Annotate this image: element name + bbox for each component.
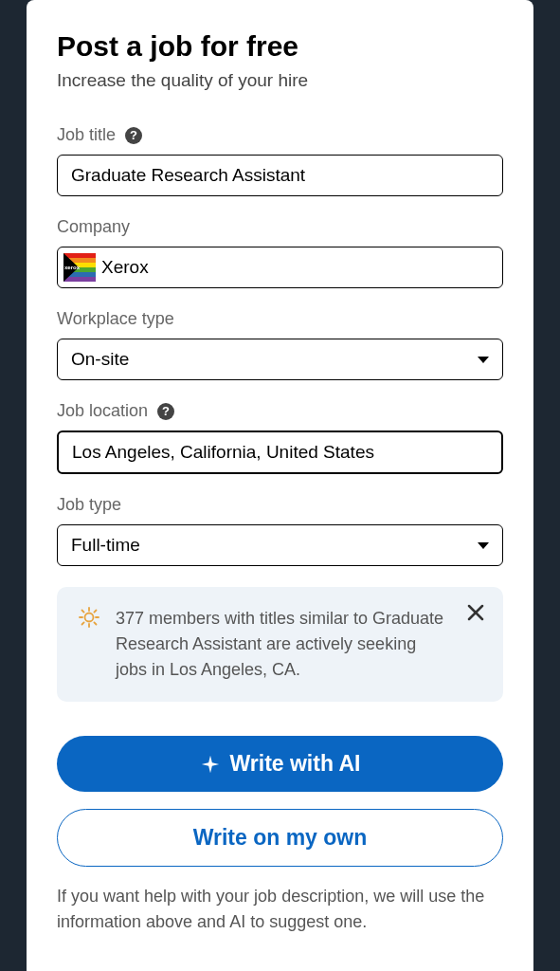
job-title-label: Job title: [57, 125, 116, 145]
write-on-my-own-button[interactable]: Write on my own: [57, 809, 503, 867]
svg-line-14: [94, 622, 96, 624]
company-label: Company: [57, 217, 130, 237]
job-type-label: Job type: [57, 495, 121, 515]
svg-point-8: [85, 614, 94, 622]
workplace-type-select[interactable]: On-site: [57, 339, 503, 380]
workplace-type-field: Workplace type On-site: [57, 309, 503, 380]
page-subtitle: Increase the quality of your hire: [57, 70, 503, 91]
workplace-type-label: Workplace type: [57, 309, 174, 329]
company-input[interactable]: [101, 253, 489, 282]
svg-text:xerox: xerox: [64, 265, 81, 270]
lightbulb-icon: [78, 606, 100, 629]
job-title-field: Job title ?: [57, 125, 503, 196]
company-logo-icon: xerox: [63, 253, 96, 282]
footer-help-text: If you want help with your job descripti…: [57, 884, 503, 935]
svg-line-16: [94, 611, 96, 613]
write-on-my-own-label: Write on my own: [193, 825, 368, 851]
help-icon[interactable]: ?: [125, 127, 142, 144]
sparkle-icon: [200, 754, 221, 775]
svg-rect-0: [63, 253, 96, 258]
job-type-field: Job type Full-time: [57, 495, 503, 566]
job-type-select[interactable]: Full-time: [57, 524, 503, 566]
write-with-ai-label: Write with AI: [230, 751, 361, 777]
company-field: Company xerox: [57, 217, 503, 288]
chevron-down-icon: [478, 542, 489, 549]
job-location-field: Job location ?: [57, 401, 503, 474]
svg-line-13: [82, 611, 84, 613]
help-icon[interactable]: ?: [157, 403, 174, 420]
write-with-ai-button[interactable]: Write with AI: [57, 736, 503, 792]
info-banner: 377 members with titles similar to Gradu…: [57, 587, 503, 702]
job-location-label: Job location: [57, 401, 148, 421]
page-title: Post a job for free: [57, 30, 503, 63]
job-post-form: Post a job for free Increase the quality…: [27, 0, 533, 971]
chevron-down-icon: [478, 357, 489, 363]
close-icon[interactable]: [467, 604, 484, 624]
job-title-input[interactable]: [57, 155, 503, 196]
company-input-wrap[interactable]: xerox: [57, 247, 503, 288]
job-type-value: Full-time: [71, 535, 140, 556]
job-location-input[interactable]: [57, 431, 503, 474]
svg-line-15: [82, 622, 84, 624]
svg-rect-5: [63, 277, 96, 282]
workplace-type-value: On-site: [71, 349, 129, 370]
info-text: 377 members with titles similar to Gradu…: [116, 606, 482, 683]
